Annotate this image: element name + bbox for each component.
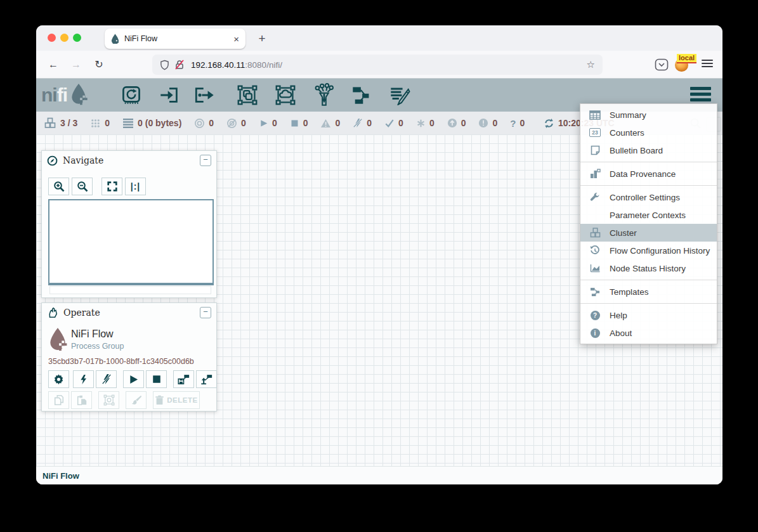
remote-process-group-component-icon[interactable] [275, 85, 296, 105]
stopped-icon [290, 119, 299, 128]
sync-failure-question-icon: ? [510, 118, 516, 129]
reload-button[interactable]: ↻ [91, 56, 107, 73]
window-minimize-button[interactable] [60, 34, 69, 42]
enable-button[interactable] [73, 370, 94, 388]
running-count: 0 [272, 118, 277, 128]
output-port-component-icon[interactable] [194, 85, 216, 105]
bookmark-star-icon[interactable]: ☆ [587, 59, 595, 70]
disable-button[interactable] [96, 370, 117, 388]
status-up-to-date: 0 [384, 118, 403, 128]
firefox-menu-button[interactable] [702, 58, 713, 69]
pocket-icon[interactable] [655, 58, 669, 71]
url-bar[interactable]: 192.168.40.11:8080/nifi/ ☆ [152, 55, 603, 75]
menu-item-parameter-contexts[interactable]: Parameter Contexts [580, 206, 717, 224]
operate-header: Operate − [42, 303, 216, 322]
zoom-actual-button[interactable]: |:| [125, 178, 146, 195]
upload-template-icon [200, 373, 212, 385]
template-component-icon[interactable] [351, 85, 372, 105]
menu-item-data-provenance[interactable]: Data Provenance [580, 165, 717, 183]
selected-component-name: NiFi Flow [71, 328, 114, 340]
disabled-count: 0 [367, 118, 372, 128]
menu-item-cluster[interactable]: Cluster [580, 224, 717, 242]
menu-item-label: Summary [610, 110, 646, 120]
navigate-buttons: |:| [48, 178, 148, 195]
operate-collapse-button[interactable]: − [200, 307, 211, 318]
history-icon [588, 245, 602, 256]
status-stale: 0 [447, 118, 466, 128]
shield-icon[interactable] [160, 60, 169, 70]
breadcrumb[interactable]: NiFi Flow [42, 471, 79, 481]
status-disabled: 0 [353, 118, 372, 128]
refresh-icon[interactable] [544, 118, 554, 129]
create-template-button[interactable] [173, 370, 194, 388]
browser-tab[interactable]: NiFi Flow × [105, 29, 245, 49]
transmitting-count: 0 [209, 118, 214, 128]
menu-item-label: Cluster [610, 228, 637, 238]
menu-item-about[interactable]: i About [580, 324, 717, 342]
menu-item-controller-settings[interactable]: Controller Settings [580, 188, 717, 206]
menu-item-label: Controller Settings [610, 193, 680, 202]
status-locally-modified-stale: 0 [478, 118, 497, 128]
menu-item-flow-configuration-history[interactable]: Flow Configuration History [580, 242, 717, 259]
menu-item-bulletin-board[interactable]: Bulletin Board [580, 141, 717, 159]
process-group-component-icon[interactable] [237, 85, 258, 105]
menu-item-help[interactable]: ? Help [580, 306, 717, 324]
birdseye-minimap[interactable] [48, 199, 214, 285]
insecure-lock-icon[interactable] [174, 60, 185, 70]
locally-modified-count: 0 [429, 118, 435, 128]
menu-item-counters[interactable]: 23 Counters [580, 124, 717, 141]
selected-component-id[interactable]: 35cbd3b7-017b-1000-8bff-1c3405c00d6b [48, 357, 194, 366]
queued-count: 0 (0 bytes) [138, 118, 181, 128]
cluster-icon [588, 227, 602, 238]
cluster-count: 3 / 3 [60, 118, 77, 128]
back-button[interactable]: ← [45, 56, 62, 73]
menu-item-node-status-history[interactable]: Node Status History [580, 259, 717, 277]
menu-item-label: Flow Configuration History [610, 246, 710, 256]
logo-text-ni: ni [41, 84, 57, 106]
delete-label: DELETE [167, 396, 197, 404]
invalid-warning-icon [320, 119, 331, 128]
navigate-palette: Navigate − [41, 150, 217, 298]
menu-item-summary[interactable]: Summary [580, 106, 717, 124]
upload-template-button[interactable] [196, 370, 217, 388]
stop-button[interactable] [146, 370, 167, 388]
new-tab-button[interactable]: + [254, 30, 270, 47]
tab-close-icon[interactable]: × [233, 34, 239, 44]
up-to-date-check-icon [384, 119, 395, 127]
summary-icon [588, 109, 602, 120]
not-transmitting-count: 0 [241, 118, 246, 128]
url-path: :8080/nifi/ [245, 60, 282, 70]
window-close-button[interactable] [48, 34, 56, 42]
operate-palette: Operate − NiFi Flow Process Group 35cbd3… [41, 302, 217, 412]
stale-count: 0 [461, 118, 466, 128]
trash-icon [155, 395, 164, 405]
status-queued: 0 (0 bytes) [122, 118, 181, 128]
not-transmitting-icon [226, 118, 237, 129]
processor-component-icon[interactable] [121, 85, 142, 105]
disabled-bolt-icon [353, 118, 363, 128]
locally-modified-asterisk-icon [416, 119, 426, 128]
configuration-button[interactable] [48, 370, 69, 388]
input-port-component-icon[interactable] [159, 85, 180, 105]
group-button [98, 391, 119, 409]
start-button[interactable] [123, 370, 144, 388]
operate-buttons-row1 [48, 370, 217, 388]
paste-icon [76, 394, 88, 406]
status-stopped: 0 [290, 118, 308, 128]
zoom-out-icon [77, 181, 88, 192]
nifi-global-menu-button[interactable] [690, 87, 711, 104]
menu-item-templates[interactable]: Templates [580, 283, 717, 301]
status-transmitting: 0 [194, 118, 214, 129]
window-zoom-button[interactable] [73, 34, 81, 42]
zoom-in-button[interactable] [48, 178, 69, 195]
funnel-component-icon[interactable] [313, 83, 335, 107]
node-status-history-icon [588, 263, 602, 274]
label-component-icon[interactable] [389, 85, 410, 105]
zoom-fit-button[interactable] [101, 178, 122, 195]
profile-avatar[interactable]: local [675, 56, 691, 72]
birdseye-slider[interactable] [49, 286, 211, 294]
navigate-collapse-button[interactable]: − [200, 155, 211, 166]
breadcrumb-bar: NiFi Flow [36, 466, 722, 484]
save-template-icon [178, 373, 190, 385]
zoom-out-button[interactable] [72, 178, 93, 195]
